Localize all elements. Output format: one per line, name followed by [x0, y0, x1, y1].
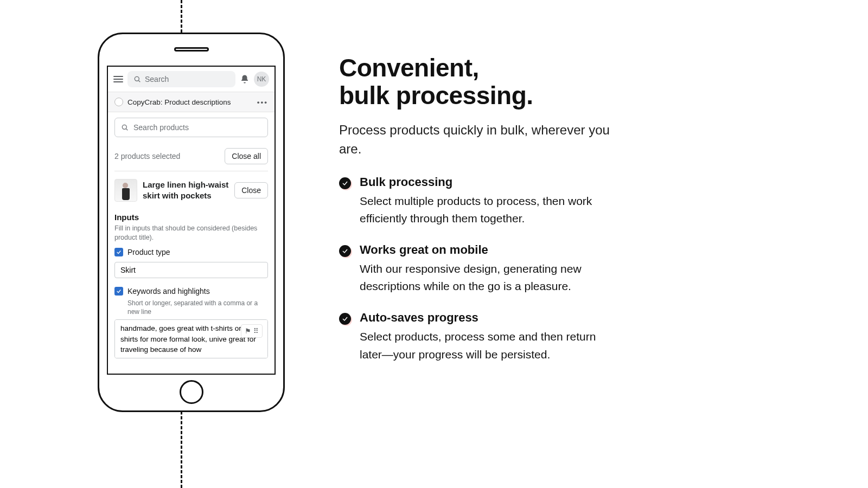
flag-icon[interactable]: ⚑ [245, 327, 251, 335]
svg-line-3 [126, 129, 128, 131]
feature-bulk: Bulk processing Select multiple products… [339, 175, 621, 228]
product-type-checkbox[interactable]: Product type [114, 248, 268, 256]
svg-point-0 [135, 76, 139, 81]
product-search-placeholder: Search products [133, 123, 189, 132]
product-title: Large linen high-waist skirt with pocket… [143, 179, 229, 202]
lede: Process products quickly in bulk, wherev… [339, 121, 621, 159]
search-placeholder: Search [145, 75, 169, 84]
close-all-button[interactable]: Close all [225, 148, 268, 164]
keywords-label: Keywords and highlights [127, 287, 210, 296]
product-row: Large linen high-waist skirt with pocket… [114, 171, 268, 209]
selection-count: 2 products selected [114, 152, 180, 160]
check-badge-icon [339, 313, 351, 325]
feature-body: Select multiple products to process, the… [360, 192, 621, 228]
menu-icon[interactable] [113, 76, 123, 82]
headline: Convenient, bulk processing. [339, 54, 770, 109]
svg-point-2 [122, 125, 126, 129]
feature-mobile: Works great on mobile With our responsiv… [339, 243, 621, 296]
feature-body: Select products, process some and then r… [360, 328, 621, 363]
marketing-panel: Convenient, bulk processing. Process pro… [339, 33, 770, 412]
keywords-checkbox[interactable]: Keywords and highlights [114, 287, 268, 296]
headline-line1: Convenient, [339, 54, 479, 82]
headline-line2: bulk processing. [339, 81, 533, 110]
product-type-field[interactable] [114, 262, 268, 278]
search-icon [133, 75, 142, 84]
more-icon[interactable]: ••• [257, 98, 268, 106]
inputs-heading: Inputs [114, 213, 268, 222]
product-thumbnail [114, 179, 137, 202]
feature-title: Auto-saves progress [360, 311, 621, 325]
close-product-button[interactable]: Close [234, 182, 268, 198]
product-search[interactable]: Search products [114, 118, 268, 137]
topbar: Search NK [108, 67, 275, 92]
checkbox-checked-icon [114, 287, 123, 296]
check-badge-icon [339, 177, 351, 189]
feature-body: With our responsive design, generating n… [360, 260, 621, 296]
textarea-toolbar: ⚑ ⠿ [241, 324, 263, 338]
feature-title: Works great on mobile [360, 243, 621, 257]
app-icon [114, 98, 123, 106]
check-badge-icon [339, 245, 351, 257]
content-sheet: Search products 2 products selected Clos… [108, 112, 275, 374]
phone-speaker [174, 47, 209, 52]
app-title: CopyCrab: Product descriptions [127, 98, 231, 106]
avatar[interactable]: NK [254, 72, 269, 87]
keywords-hint: Short or longer, separated with a comma … [127, 299, 268, 316]
app-screen: Search NK CopyCrab: Product descriptions… [107, 66, 276, 375]
checkbox-checked-icon [114, 248, 123, 256]
home-button[interactable] [180, 380, 203, 404]
app-rail: CopyCrab: Product descriptions ••• [108, 92, 275, 112]
svg-line-1 [139, 81, 141, 82]
selection-row: 2 products selected Close all [114, 145, 268, 171]
drag-icon[interactable]: ⠿ [253, 327, 259, 335]
feature-autosave: Auto-saves progress Select products, pro… [339, 311, 621, 363]
inputs-sub: Fill in inputs that should be considered… [114, 224, 268, 242]
phone-frame: Search NK CopyCrab: Product descriptions… [98, 33, 285, 412]
bell-icon[interactable] [240, 74, 250, 84]
product-type-label: Product type [127, 248, 170, 256]
feature-title: Bulk processing [360, 175, 621, 189]
global-search[interactable]: Search [127, 71, 235, 87]
search-icon [120, 123, 129, 132]
